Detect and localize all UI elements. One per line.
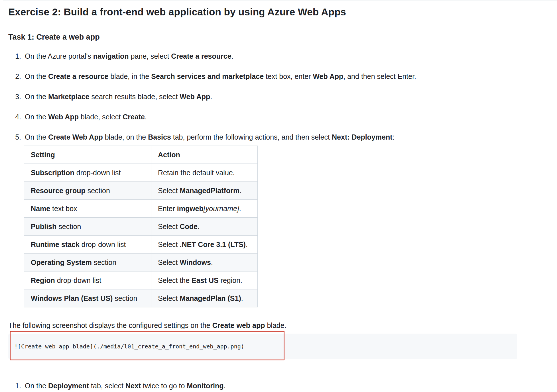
setting-cell: Runtime stack drop-down list <box>24 235 151 253</box>
document-page: Exercise 2: Build a front-end web applic… <box>0 0 557 392</box>
table-row: Subscription drop-down list Retain the d… <box>24 164 258 181</box>
table-header-row: Setting Action <box>24 146 258 164</box>
screenshot-note: The following screenshot displays the co… <box>8 321 517 330</box>
action-cell: Retain the default value. <box>151 164 258 181</box>
code-block: ![Create web app blade](./media/l01_crea… <box>8 334 517 359</box>
step-item-1: On the Azure portal's navigation pane, s… <box>23 52 517 61</box>
table-row: Name text box Enter imgweb[yourname]. <box>24 199 258 217</box>
table-row: Windows Plan (East US) section Select Ma… <box>24 289 258 307</box>
table-row: Resource group section Select ManagedPla… <box>24 181 258 199</box>
setting-cell: Publish section <box>24 217 151 235</box>
action-cell: Select ManagedPlatform. <box>151 181 258 199</box>
action-cell: Select Code. <box>151 217 258 235</box>
setting-cell: Operating System section <box>24 253 151 271</box>
action-cell: Select ManagedPlan (S1). <box>151 289 258 307</box>
action-cell: Select the East US region. <box>151 271 258 289</box>
footer-step-item: On the Deployment tab, select Next twice… <box>23 381 517 390</box>
settings-table: Setting Action Subscription drop-down li… <box>24 146 258 307</box>
left-border-line <box>3 1 3 392</box>
exercise-heading: Exercise 2: Build a front-end web applic… <box>8 6 517 18</box>
table-row: Region drop-down list Select the East US… <box>24 271 258 289</box>
setting-cell: Subscription drop-down list <box>24 164 151 181</box>
step-item-3: On the Marketplace search results blade,… <box>23 92 517 101</box>
step-item-2: On the Create a resource blade, in the S… <box>23 72 517 81</box>
setting-cell: Region drop-down list <box>24 271 151 289</box>
markdown-code-pre: ![Create web app blade](./media/l01_crea… <box>8 334 517 359</box>
setting-cell: Name text box <box>24 199 151 217</box>
action-cell: Select .NET Core 3.1 (LTS). <box>151 235 258 253</box>
setting-cell: Resource group section <box>24 181 151 199</box>
table-row: Operating System section Select Windows. <box>24 253 258 271</box>
column-header-action: Action <box>151 146 258 164</box>
table-row: Publish section Select Code. <box>24 217 258 235</box>
markdown-image-code: ![Create web app blade](./media/l01_crea… <box>14 343 244 350</box>
steps-list: On the Azure portal's navigation pane, s… <box>8 52 517 142</box>
action-cell: Select Windows. <box>151 253 258 271</box>
top-border-line <box>3 1 557 1</box>
setting-cell: Windows Plan (East US) section <box>24 289 151 307</box>
step-item-4: On the Web App blade, select Create. <box>23 112 517 121</box>
task-heading: Task 1: Create a web app <box>8 32 517 42</box>
column-header-setting: Setting <box>24 146 151 164</box>
table-row: Runtime stack drop-down list Select .NET… <box>24 235 258 253</box>
next-steps-list: On the Deployment tab, select Next twice… <box>8 381 517 390</box>
action-cell: Enter imgweb[yourname]. <box>151 199 258 217</box>
step-item-5: On the Create Web App blade, on the Basi… <box>23 132 517 142</box>
